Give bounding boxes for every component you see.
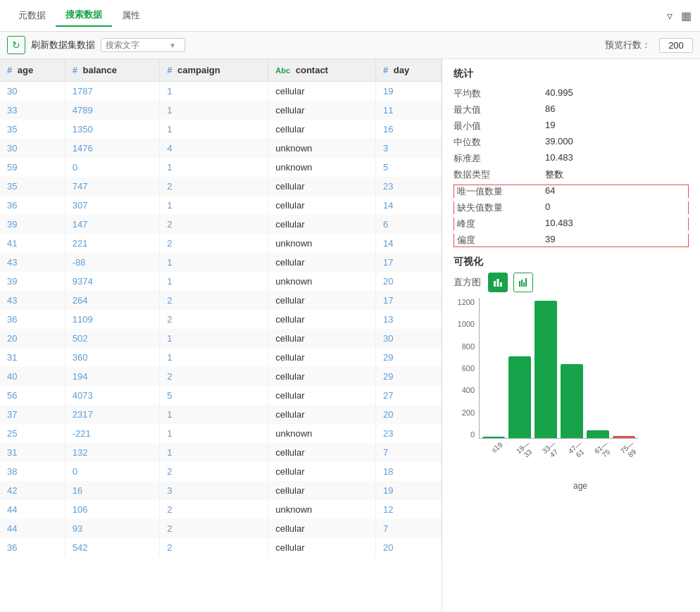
layout-icon[interactable]: ▦ (681, 9, 692, 23)
cell-age: 25 (0, 424, 65, 443)
table-row: 311321cellular7 (0, 443, 442, 462)
x-label-19-33: 19—33 (512, 437, 539, 463)
y-label-0: 0 (470, 430, 475, 439)
col-campaign[interactable]: # campaign (160, 59, 268, 82)
bar-chart-icon-btn[interactable] (488, 273, 508, 292)
stat-missing-value: 0 (545, 201, 689, 214)
cell-day: 18 (375, 462, 441, 481)
stat-kurtosis-label: 峰度 (454, 218, 545, 230)
stat-missing-label: 缺失值数量 (454, 201, 545, 214)
cell-contact: cellular (268, 196, 376, 215)
cell-age: 39 (0, 272, 65, 291)
cell-contact: cellular (268, 462, 376, 481)
table-row: 391472cellular6 (0, 215, 442, 234)
table-row: 441062unknown12 (0, 500, 442, 519)
cell-contact: cellular (268, 405, 376, 424)
stat-median-label: 中位数 (454, 136, 545, 149)
cell-campaign: 2 (160, 519, 268, 538)
tab-search-data[interactable]: 搜索数据 (56, 4, 112, 27)
cell-day: 23 (375, 177, 441, 196)
cell-campaign: 2 (160, 500, 268, 519)
data-table: # age # balance # campaign Abc contact (0, 59, 442, 557)
table-row: 412212unknown14 (0, 234, 442, 253)
refresh-button[interactable]: ↻ (7, 36, 25, 54)
cell-campaign: 1 (160, 424, 268, 443)
toolbar: ↻ 刷新数据集数据 ▼ 预览行数： 200 (0, 32, 700, 59)
cell-contact: unknown (268, 158, 376, 177)
cell-balance: 93 (65, 519, 160, 538)
cell-balance: 1350 (65, 120, 160, 139)
svg-rect-6 (525, 278, 527, 287)
cell-age: 43 (0, 291, 65, 310)
cell-age: 31 (0, 348, 65, 367)
cell-campaign: 1 (160, 101, 268, 120)
col-age[interactable]: # age (0, 59, 65, 82)
col-day[interactable]: # day (375, 59, 441, 82)
search-box: ▼ (101, 38, 185, 52)
cell-day: 29 (375, 348, 441, 367)
tab-attributes[interactable]: 属性 (112, 5, 150, 26)
cell-campaign: 2 (160, 310, 268, 329)
cell-contact: unknown (268, 272, 376, 291)
filter-icon[interactable]: ▿ (667, 9, 673, 23)
cell-balance: -88 (65, 253, 160, 272)
cell-campaign: 3 (160, 481, 268, 500)
cell-day: 13 (375, 310, 441, 329)
stat-std-label: 标准差 (454, 152, 545, 165)
dropdown-arrow[interactable]: ▼ (169, 42, 176, 49)
cell-age: 59 (0, 158, 65, 177)
table-row: 3014764unknown3 (0, 139, 442, 158)
bar-75-89 (613, 297, 635, 438)
stat-skewness-label: 偏度 (454, 234, 545, 247)
stat-unique-label: 唯一值数量 (454, 185, 545, 198)
table-row: 313601cellular29 (0, 348, 442, 367)
refresh-label: 刷新数据集数据 (31, 39, 95, 51)
col-contact[interactable]: Abc contact (268, 59, 376, 82)
cell-contact: cellular (268, 253, 376, 272)
cell-day: 12 (375, 500, 441, 519)
y-label-200: 200 (462, 408, 475, 417)
cell-age: 35 (0, 177, 65, 196)
cell-day: 5 (375, 158, 441, 177)
scatter-chart-icon-btn[interactable] (513, 273, 533, 292)
cell-contact: cellular (268, 443, 376, 462)
cell-balance: 0 (65, 158, 160, 177)
cell-contact: unknown (268, 139, 376, 158)
cell-balance: 360 (65, 348, 160, 367)
cell-balance: 502 (65, 329, 160, 348)
cell-contact: unknown (268, 424, 376, 443)
search-input[interactable] (106, 40, 169, 50)
cell-balance: 221 (65, 234, 160, 253)
preview-count[interactable]: 200 (659, 38, 693, 53)
table-row: 363071cellular14 (0, 196, 442, 215)
cell-day: 23 (375, 424, 441, 443)
x-label-75-89: 75—89 (616, 437, 644, 463)
table-row: 44932cellular7 (0, 519, 442, 538)
cell-age: 42 (0, 481, 65, 500)
svg-rect-1 (497, 279, 499, 287)
stat-std-value: 10.483 (545, 152, 689, 165)
cell-campaign: 1 (160, 405, 268, 424)
cell-balance: 1476 (65, 139, 160, 158)
cell-day: 17 (375, 253, 441, 272)
cell-age: 56 (0, 386, 65, 405)
cell-balance: -221 (65, 424, 160, 443)
cell-campaign: 2 (160, 367, 268, 386)
x-label-le19: ≤19 (486, 437, 513, 463)
table-row: 205021cellular30 (0, 329, 442, 348)
data-table-section: # age # balance # campaign Abc contact (0, 59, 442, 612)
cell-age: 20 (0, 329, 65, 348)
stat-min-value: 19 (545, 120, 689, 132)
scatter-chart-icon (518, 277, 528, 287)
table-row: 43-881cellular17 (0, 253, 442, 272)
cell-day: 14 (375, 234, 441, 253)
bar-33-47 (535, 297, 557, 438)
cell-campaign: 1 (160, 196, 268, 215)
col-balance[interactable]: # balance (65, 59, 160, 82)
cell-contact: cellular (268, 519, 376, 538)
viz-row: 直方图 (454, 273, 689, 292)
tab-metadata[interactable]: 元数据 (8, 5, 56, 26)
svg-rect-0 (494, 281, 496, 287)
stat-max-label: 最大值 (454, 104, 545, 116)
cell-balance: 9374 (65, 272, 160, 291)
